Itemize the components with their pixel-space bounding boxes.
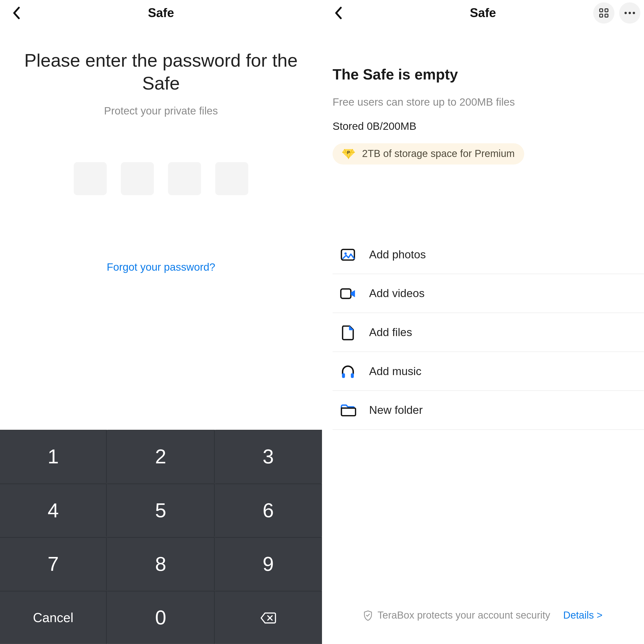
grid-view-button[interactable] — [593, 2, 614, 23]
add-photos-row[interactable]: Add photos — [333, 235, 644, 274]
safe-empty-body: The Safe is empty Free users can store u… — [322, 26, 644, 430]
appbar-actions — [593, 2, 640, 23]
premium-pill-label: 2TB of storage space for Premium — [362, 148, 515, 160]
pin-box-2[interactable] — [121, 162, 154, 195]
shield-icon — [363, 610, 373, 621]
svg-point-4 — [624, 12, 627, 14]
add-files-row[interactable]: Add files — [333, 313, 644, 352]
add-actions-list: Add photos Add videos — [333, 235, 644, 430]
add-music-label: Add music — [369, 365, 421, 378]
keypad-cancel[interactable]: Cancel — [0, 591, 107, 644]
add-files-label: Add files — [369, 326, 412, 339]
svg-rect-0 — [600, 9, 603, 12]
premium-diamond-icon: P — [342, 149, 355, 159]
grid-icon — [599, 8, 609, 18]
svg-point-6 — [633, 12, 635, 14]
empty-subtitle: Free users can store up to 200MB files — [333, 96, 644, 108]
keypad-7[interactable]: 7 — [0, 537, 107, 590]
keypad-6[interactable]: 6 — [215, 484, 322, 537]
svg-rect-10 — [341, 289, 351, 298]
add-videos-label: Add videos — [369, 287, 424, 300]
premium-upgrade-pill[interactable]: P 2TB of storage space for Premium — [333, 143, 524, 165]
svg-rect-1 — [605, 9, 608, 12]
numeric-keypad: 1 2 3 4 5 6 7 8 9 Cancel 0 — [0, 430, 322, 644]
appbar-title: Safe — [470, 6, 496, 20]
more-horizontal-icon — [624, 12, 635, 14]
new-folder-label: New folder — [369, 404, 423, 417]
svg-rect-3 — [605, 14, 608, 17]
keypad-1[interactable]: 1 — [0, 430, 107, 483]
storage-used-label: Stored 0B/200MB — [333, 120, 644, 133]
svg-rect-2 — [600, 14, 603, 17]
add-music-row[interactable]: Add music — [333, 352, 644, 391]
keypad-4[interactable]: 4 — [0, 484, 107, 537]
svg-text:P: P — [347, 150, 350, 155]
forgot-password-link[interactable]: Forgot your password? — [0, 261, 322, 273]
keypad-0[interactable]: 0 — [107, 591, 214, 644]
add-videos-row[interactable]: Add videos — [333, 274, 644, 313]
pin-box-3[interactable] — [168, 162, 201, 195]
keypad-backspace[interactable] — [215, 591, 322, 644]
appbar-title: Safe — [148, 6, 174, 20]
safe-empty-screen: Safe — [322, 0, 644, 644]
keypad-9[interactable]: 9 — [215, 537, 322, 590]
svg-rect-12 — [351, 373, 354, 378]
svg-point-5 — [629, 12, 631, 14]
add-photos-label: Add photos — [369, 248, 426, 261]
empty-title: The Safe is empty — [333, 66, 644, 83]
prompt-title: Please enter the password for the Safe — [0, 50, 322, 95]
pin-input-group — [0, 162, 322, 195]
folder-icon — [340, 402, 356, 418]
pin-box-4[interactable] — [215, 162, 248, 195]
pin-box-1[interactable] — [74, 162, 107, 195]
new-folder-row[interactable]: New folder — [333, 391, 644, 430]
more-button[interactable] — [619, 2, 640, 23]
appbar-left: Safe — [0, 0, 322, 26]
svg-point-9 — [344, 252, 347, 254]
svg-rect-11 — [342, 373, 345, 378]
photos-icon — [340, 246, 356, 263]
appbar-right: Safe — [322, 0, 644, 26]
chevron-left-icon — [12, 7, 21, 20]
security-details-link[interactable]: Details > — [563, 610, 602, 622]
files-icon — [340, 324, 356, 341]
password-prompt-area: Please enter the password for the Safe P… — [0, 26, 322, 273]
videos-icon — [340, 285, 356, 302]
security-footer-label: TeraBox protects your account security — [378, 610, 550, 622]
keypad-2[interactable]: 2 — [107, 430, 214, 483]
chevron-left-icon — [334, 7, 343, 20]
keypad-5[interactable]: 5 — [107, 484, 214, 537]
back-button[interactable] — [8, 5, 25, 21]
keypad-3[interactable]: 3 — [215, 430, 322, 483]
security-footer: TeraBox protects your account security D… — [322, 610, 644, 622]
music-icon — [340, 363, 356, 380]
back-button[interactable] — [330, 5, 347, 21]
backspace-icon — [260, 611, 276, 624]
prompt-subtitle: Protect your private files — [0, 105, 322, 117]
safe-password-screen: Safe Please enter the password for the S… — [0, 0, 322, 644]
security-footer-text: TeraBox protects your account security — [363, 610, 550, 622]
keypad-8[interactable]: 8 — [107, 537, 214, 590]
